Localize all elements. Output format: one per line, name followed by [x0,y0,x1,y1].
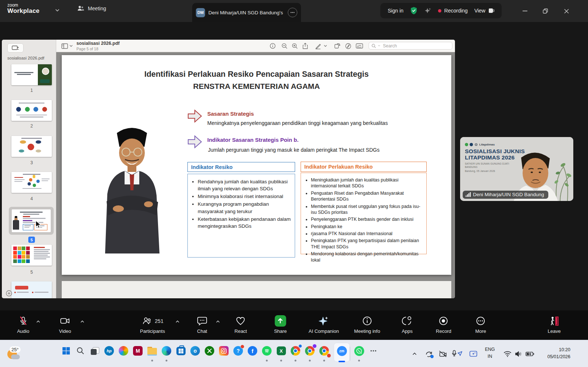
video-options-chevron-icon[interactable] [80,320,85,323]
window-restore-button[interactable] [537,4,554,18]
spotify-icon[interactable] [261,345,273,357]
tray-volume-icon[interactable] [515,345,522,363]
task-view-icon[interactable] [89,345,101,357]
tab-more-icon[interactable] [288,8,297,17]
edge-icon[interactable] [161,345,172,357]
markup-pen-icon[interactable] [314,42,322,50]
file-explorer-icon[interactable] [146,345,158,357]
selected-page-badge: 5 [28,237,35,243]
recording-indicator[interactable]: Recording [438,8,468,14]
help-app-icon[interactable]: ? [232,345,244,357]
facebook-icon[interactable]: f [247,345,258,357]
video-button[interactable]: Video [59,315,71,334]
sidebar-toggle-icon[interactable] [61,42,69,50]
tray-mic-location-icon[interactable] [452,345,463,363]
markup-chevron-icon[interactable] [323,42,327,50]
share-button[interactable]: Share [274,315,287,334]
more-button[interactable]: More [475,315,486,334]
thumbnail-page-7[interactable] [11,281,52,298]
mouse-cursor [35,220,43,229]
search-input[interactable] [382,43,442,49]
chat-options-chevron-icon[interactable] [216,320,220,323]
start-button[interactable] [60,345,72,357]
microsoft-store-icon[interactable] [175,345,187,357]
view-layout-icon [488,8,494,13]
record-icon [438,315,449,327]
add-page-icon[interactable] [6,290,12,296]
sign-in-button[interactable]: Sign in [388,8,404,14]
copilot-icon[interactable] [118,345,129,357]
audio-button[interactable]: Audio [17,315,29,334]
pdf-document-area[interactable]: Identifikasi Perlakuan Resiko Pencapaian… [56,52,455,298]
record-button[interactable]: Record [436,315,451,334]
audio-label: Audio [17,328,29,334]
audio-options-chevron-icon[interactable] [36,320,40,323]
tray-show-hidden-icons[interactable] [412,345,417,363]
ai-companion-status-icon[interactable] [424,7,431,14]
banner-sub-line2: BANDUNG [465,166,525,169]
thumbnail-page-1[interactable] [11,64,52,85]
react-button[interactable]: React [234,315,247,334]
annotate-icon[interactable] [344,42,352,50]
indikator-body: Jumlah perguruan tinggi yang masuk ke da… [208,147,380,153]
tab-meeting[interactable]: Meeting [77,5,106,11]
taskbar-overflow-icon[interactable] [368,345,379,357]
excel-icon[interactable]: X [275,345,287,357]
tab-shared-screen[interactable]: DM Deni Miharja/UIN SGD Bandung's [192,3,301,22]
participant-video-tile[interactable]: Litapdimas SOSIALISASI JUKNIS LITAPDIMAS… [460,137,573,201]
tray-battery-icon[interactable] [526,345,534,363]
participants-options-chevron-icon[interactable] [176,320,180,323]
outlook-icon[interactable]: o [189,345,201,357]
security-shield-icon[interactable] [410,7,417,15]
zoom-app-icon[interactable]: zm [336,345,348,357]
window-close-button[interactable] [558,4,575,18]
zoom-in-icon[interactable] [291,42,299,50]
window-minimize-button[interactable] [516,4,533,18]
windows-taskbar: 25° hp M o ? f [0,340,588,367]
record-label: Record [436,328,451,334]
thumbnail-page-2[interactable] [11,100,52,121]
leave-button[interactable]: Leave [548,315,560,334]
thumbnail-page-6[interactable] [11,245,52,266]
chrome-icon[interactable] [290,345,301,357]
meeting-info-button[interactable]: Meeting info [354,315,380,334]
hp-app-icon[interactable]: hp [103,345,115,357]
thumbnail-page-4[interactable] [11,172,52,193]
taskbar-search-icon[interactable] [75,345,86,357]
thumbnail-page-3[interactable] [11,136,52,157]
workspace-chevron-icon[interactable] [55,9,60,12]
tray-wifi-icon[interactable] [503,345,512,363]
meeting-info-label: Meeting info [354,328,380,334]
apps-icon [402,315,412,327]
share-export-icon[interactable] [301,42,309,50]
info-icon[interactable] [269,42,277,50]
mendeley-icon[interactable]: M [132,345,144,357]
tray-camera-off-icon[interactable] [438,345,447,363]
chrome-profile2-icon[interactable] [304,345,316,357]
thumbnail-page-5-selected[interactable] [9,207,54,235]
xbox-icon[interactable] [204,345,215,357]
rotate-page-icon[interactable] [333,42,341,50]
tray-language-switcher[interactable]: ENG IN [485,346,495,360]
sidebar-chevron-icon[interactable] [69,42,73,50]
signature-icon[interactable] [355,42,363,50]
tray-sync-icon[interactable] [425,345,433,363]
taskbar-divider [350,347,350,361]
whatsapp-icon[interactable] [353,345,365,357]
chat-button[interactable]: Chat [197,315,208,334]
risk-box-body: Rendahnya jumlah dan kualitas publikasi … [187,174,295,258]
participants-button[interactable]: 251 Participants [140,315,165,334]
view-button[interactable]: View [474,8,494,14]
tray-snipping-icon[interactable] [469,345,477,363]
ai-companion-button[interactable]: AI Companion [309,315,339,334]
treatment-item: Penyelenggaraan PTK berbasis gender dan … [311,216,423,222]
risk-box-header: Indikator Resiko [187,162,295,172]
weather-widget[interactable]: 25° [6,346,22,362]
zoom-out-icon[interactable] [280,42,288,50]
pdf-search-field[interactable] [369,42,452,50]
chrome-profile3-icon[interactable] [318,345,330,357]
presenter-view-button[interactable] [7,43,24,53]
tray-clock[interactable]: 10:20 05/01/2026 [547,346,570,361]
apps-button[interactable]: Apps [402,315,413,334]
instagram-icon[interactable] [218,345,230,357]
